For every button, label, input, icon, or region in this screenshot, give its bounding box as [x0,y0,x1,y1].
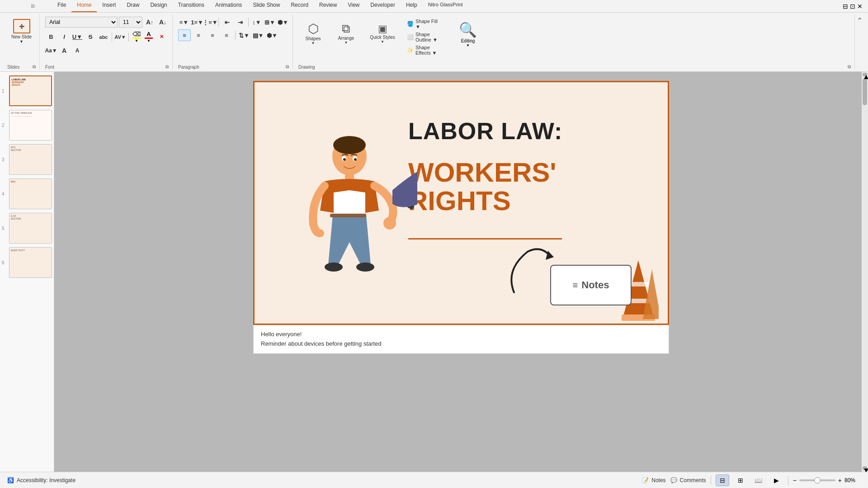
scroll-thumb[interactable] [863,78,867,105]
justify-btn[interactable]: ≡ [220,29,233,41]
minimize-btn[interactable]: ⊟ [843,3,848,10]
zoom-out-btn[interactable]: − [793,477,797,484]
shape-effects-btn[interactable]: ✨Shape Effects ▼ [404,44,445,56]
normal-view-btn[interactable]: ⊟ [716,474,729,486]
change-case-btn[interactable]: Aa▼ [45,45,57,56]
svg-point-1 [333,136,366,154]
close-btn[interactable]: ✕ [857,3,863,10]
scroll-down-btn[interactable]: ▼ [863,466,867,470]
editing-button[interactable]: 🔍 Editing ▼ [452,16,484,52]
notes-btn[interactable]: 📝 Notes [642,477,665,483]
new-slide-button[interactable]: ➕ New Slide ▼ [9,18,34,45]
numbering-btn[interactable]: 1≡▼ [191,16,203,28]
notes-popup: ≡ Notes [550,265,632,305]
tab-nitro[interactable]: Nitro GlassPrint [423,0,468,12]
slide-title-orange: WORKERS' RIGHTS [408,158,557,215]
svg-point-6 [325,263,343,272]
slide-thumb-1[interactable]: LABOR LAW: WORKERS' RIGHTS [9,75,52,106]
tab-file[interactable]: File [52,0,71,12]
char-spacing-btn[interactable]: AV▼ [114,31,126,43]
divider [112,33,112,42]
slideshow-btn[interactable]: ▶ [770,474,783,486]
shapes-button[interactable]: ⬡ Shapes ▼ [298,16,328,50]
slide-sorter-btn[interactable]: ⊞ [734,474,747,486]
font-size-up-btn[interactable]: A [58,45,70,56]
shadow-button[interactable]: abc [98,31,109,43]
align-center-btn[interactable]: ≡ [192,29,205,41]
decrease-font-btn[interactable]: A↓ [157,16,169,28]
increase-indent-btn[interactable]: ⇥ [234,16,246,28]
slide-divider [408,238,562,239]
slide-thumb-6[interactable]: NGER TEXT? [9,247,52,278]
strikethrough-button[interactable]: S [85,31,96,43]
svg-point-3 [383,217,396,230]
align-right-btn[interactable]: ≡ [206,29,219,41]
tab-record[interactable]: Record [285,0,314,12]
zoom-slider[interactable] [799,479,835,481]
bold-button[interactable]: B [45,31,57,43]
line-spacing-btn[interactable]: ↕▼ [251,16,263,28]
tab-view[interactable]: View [342,0,365,12]
notes-area: Hello everyone! Reminder about devices b… [253,325,669,354]
slide-thumb-3[interactable]: NTSSECTION [9,144,52,175]
slide-canvas: LABOR LAW: WORKERS' RIGHTS [253,81,669,325]
slide-title-black: LABOR LAW: [408,118,562,144]
maximize-btn[interactable]: ⊡ [850,3,855,10]
tab-design[interactable]: Design [145,0,172,12]
drawing-group: ⬡ Shapes ▼ ⧉ Arrange ▼ ▣ Quick Styles ▼ [295,14,855,70]
tab-help[interactable]: Help [401,0,423,12]
scroll-up-btn[interactable]: ▲ [863,73,867,76]
notes-line2: Reminder about devices before getting st… [261,339,661,349]
collapse-ribbon-btn[interactable]: ⌃ [857,16,863,25]
tab-animations[interactable]: Animations [210,0,247,12]
align-left-btn[interactable]: ≡ [178,29,191,41]
reading-view-btn[interactable]: 📖 [752,474,765,486]
tab-slideshow[interactable]: Slide Show [247,0,285,12]
slide-thumb-2[interactable]: OF THIS TEMPLATE───────────────── [9,110,52,141]
smartart2-btn[interactable]: ⬢▼ [266,29,278,41]
scrollbar-right[interactable]: ▲ ▼ [862,72,868,472]
multilevel-btn[interactable]: ⋮≡▼ [204,16,216,28]
increase-font-btn[interactable]: A↑ [144,16,156,28]
svg-point-7 [356,263,374,272]
text-highlight-btn[interactable]: ⌫ ▼ [131,30,142,43]
slides-group: ➕ New Slide ▼ Slides ⧉ [4,14,40,70]
font-family-select[interactable]: Arial [45,17,118,28]
italic-button[interactable]: I [58,31,70,43]
smart-art-btn[interactable]: ⬢▼ [277,16,289,28]
slide-thumb-4[interactable]: DA! [9,178,52,209]
notes-line1: Hello everyone! [261,330,661,339]
text-direction-btn[interactable]: ⇅▼ [238,29,250,41]
tab-draw[interactable]: Draw [121,0,145,12]
align-text-btn[interactable]: ▤▼ [252,29,264,41]
columns-btn[interactable]: ⊞▼ [264,16,276,28]
slide-thumb-5[interactable]: E OFSECTION [9,213,52,244]
tab-home[interactable]: Home [71,0,97,12]
svg-point-12 [354,158,357,161]
font-size-select[interactable]: 11 [119,17,142,28]
clear-format-btn[interactable]: ✕ [156,31,167,43]
tab-developer[interactable]: Developer [365,0,401,12]
zoom-in-btn[interactable]: + [838,477,842,484]
tab-transitions[interactable]: Transitions [173,0,210,12]
arrange-button[interactable]: ⧉ Arrange ▼ [331,16,361,50]
decrease-indent-btn[interactable]: ⇤ [221,16,233,28]
font-group: Arial 11 A↑ A↓ B I U▼ S abc AV▼ [42,14,173,70]
tab-review[interactable]: Review [314,0,342,12]
font-size-down-btn[interactable]: A [71,45,83,56]
shape-outline-btn[interactable]: ⬜Shape Outline ▼ [404,31,445,43]
tab-insert[interactable]: Insert [97,0,121,12]
accessibility-btn[interactable]: ♿ Accessibility: Investigate [7,477,75,483]
comments-btn[interactable]: 💬 Comments [670,477,706,483]
notes-popup-label: Notes [581,279,609,291]
comments-icon: 💬 [670,477,677,483]
divider2 [128,33,129,42]
zoom-controls: − + 80% [793,477,861,484]
slides-panel: 1 LABOR LAW: WORKERS' RIGHTS 2 OF THIS T… [0,72,54,472]
shape-fill-btn[interactable]: 🪣Shape Fill ▼ [404,18,445,30]
underline-button[interactable]: U▼ [71,31,83,43]
bullets-btn[interactable]: ≡▼ [178,16,190,28]
zoom-level[interactable]: 80% [844,477,861,483]
quick-styles-button[interactable]: ▣ Quick Styles ▼ [364,16,401,50]
font-color-btn[interactable]: A ▼ [143,30,154,43]
